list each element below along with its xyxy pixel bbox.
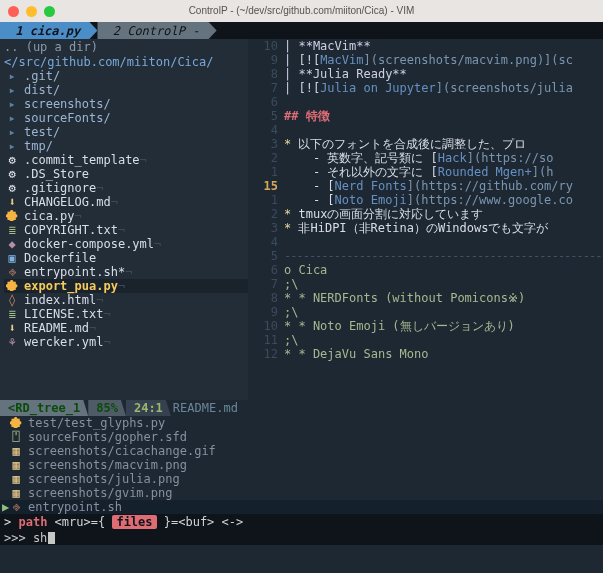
tree-row[interactable]: ▸test/ <box>4 125 248 139</box>
editor-line: 4 <box>250 235 603 249</box>
tab-controlp[interactable]: 2 ControlP - <box>97 22 216 39</box>
tree-row[interactable]: ◊index.html¬ <box>4 293 248 307</box>
editor-line: 9;\ <box>250 305 603 319</box>
cursor-icon <box>48 532 55 544</box>
tree-row[interactable]: ⬇README.md¬ <box>4 321 248 335</box>
editor-line: 6 <box>250 95 603 109</box>
ctrlp-result[interactable]: ⍞sourceFonts/gopher.sfd <box>0 430 603 444</box>
ctrlp-path: screenshots/julia.png <box>28 472 180 486</box>
ctrlp-path: screenshots/cicachange.gif <box>28 444 216 458</box>
file-icon: ⯄ <box>4 209 20 223</box>
file-icon: ▦ <box>8 472 24 486</box>
tree-row[interactable]: ◆docker-compose.yml¬ <box>4 237 248 251</box>
ctrlp-result[interactable]: ▦screenshots/macvim.png <box>0 458 603 472</box>
editor-line: 3* 非HiDPI（非Retina）のWindowsでも文字が <box>250 221 603 235</box>
ctrlp-result[interactable]: ⯄test/test_glyphs.py <box>0 416 603 430</box>
file-icon: ⚘ <box>4 335 20 349</box>
file-name: export_pua.py <box>24 279 118 293</box>
file-name: wercker.yml <box>24 335 103 349</box>
file-icon: ⚙ <box>4 181 20 195</box>
tree-row[interactable]: ▸sourceFonts/ <box>4 111 248 125</box>
tree-row[interactable]: ⚘wercker.yml¬ <box>4 335 248 349</box>
tree-row[interactable]: ≣COPYRIGHT.txt¬ <box>4 223 248 237</box>
window-title: ControlP - (~/dev/src/github.com/miiton/… <box>0 4 603 18</box>
file-name: index.html <box>24 293 96 307</box>
file-icon: ◆ <box>4 237 20 251</box>
file-icon: ⎆ <box>4 265 20 279</box>
tree-row[interactable]: ⯄cica.py¬ <box>4 209 248 223</box>
file-name: tmp/ <box>24 139 53 153</box>
editor-line: 15 - [Nerd Fonts](https://github.com/ry <box>250 179 603 193</box>
file-icon: ⚙ <box>4 167 20 181</box>
file-icon: ⬇ <box>4 321 20 335</box>
tree-row[interactable]: ⯄export_pua.py¬ <box>4 279 248 293</box>
nerdtree-path: </src/github.com/miiton/Cica/ <box>0 55 248 69</box>
editor-line: 1 - それ以外の文字に [Rounded Mgen+](h <box>250 165 603 179</box>
tree-row[interactable]: ⚙.DS_Store <box>4 167 248 181</box>
status-position: 24:1 <box>126 400 171 416</box>
file-icon: ▦ <box>8 444 24 458</box>
editor-line: 2 - 英数字、記号類に [Hack](https://so <box>250 151 603 165</box>
ctrlp-panel: ⯄test/test_glyphs.py⍞sourceFonts/gopher.… <box>0 416 603 545</box>
file-icon: ▸ <box>4 125 20 139</box>
workspace: .. (up a dir) </src/github.com/miiton/Ci… <box>0 39 603 400</box>
editor-line: 7| [![Julia on Jupyter](screenshots/juli… <box>250 81 603 95</box>
ctrlp-path: screenshots/gvim.png <box>28 486 173 500</box>
statusline: <RD_tree_1 85% 24:1 README.md <box>0 400 603 416</box>
tab-cica[interactable]: 1 cica.py <box>0 22 97 39</box>
editor-line: 10* * Noto Emoji (無しバージョンあり) <box>250 319 603 333</box>
tree-row[interactable]: ▣Dockerfile <box>4 251 248 265</box>
file-icon: ⚙ <box>4 153 20 167</box>
file-name: CHANGELOG.md <box>24 195 111 209</box>
file-icon: ≣ <box>4 223 20 237</box>
tree-row[interactable]: ▸tmp/ <box>4 139 248 153</box>
file-icon: ▦ <box>8 458 24 472</box>
file-name: Dockerfile <box>24 251 96 265</box>
ctrlp-mode-files[interactable]: files <box>112 515 156 529</box>
file-name: cica.py <box>24 209 75 223</box>
prompt-text: >>> sh <box>4 531 47 545</box>
tree-row[interactable]: ⎆entrypoint.sh*¬ <box>4 265 248 279</box>
editor-line: 6o Cica <box>250 263 603 277</box>
ctrlp-prompt[interactable]: >>> sh <box>0 530 603 545</box>
editor-line: 8| **Julia Ready** <box>250 67 603 81</box>
tree-row[interactable]: ⚙.gitignore¬ <box>4 181 248 195</box>
editor-line: 1 - [Noto Emoji](https://www.google.co <box>250 193 603 207</box>
editor-line: 12* * DejaVu Sans Mono <box>250 347 603 361</box>
ctrlp-path: test/test_glyphs.py <box>28 416 165 430</box>
file-icon: ▸ <box>4 111 20 125</box>
ctrlp-result[interactable]: ▦screenshots/cicachange.gif <box>0 444 603 458</box>
file-name: .gitignore <box>24 181 96 195</box>
file-name: screenshots/ <box>24 97 111 111</box>
file-name: entrypoint.sh* <box>24 265 125 279</box>
editor-line: 10| **MacVim** <box>250 39 603 53</box>
vim-tabline: 1 cica.py 2 ControlP - <box>0 22 603 39</box>
tree-row[interactable]: ▸dist/ <box>4 83 248 97</box>
file-icon: ▦ <box>8 486 24 500</box>
ctrlp-result[interactable]: ▦screenshots/gvim.png <box>0 486 603 500</box>
ctrlp-path: screenshots/macvim.png <box>28 458 187 472</box>
tree-row[interactable]: ▸screenshots/ <box>4 97 248 111</box>
nerdtree-list: ▸.git/▸dist/▸screenshots/▸sourceFonts/▸t… <box>0 69 248 349</box>
ctrlp-result[interactable]: ▦screenshots/julia.png <box>0 472 603 486</box>
file-icon: ⍞ <box>8 430 24 444</box>
ctrlp-result[interactable]: ▶⎆entrypoint.sh <box>0 500 603 514</box>
ctrlp-modeline: > path <mru>={ files }=<buf> <-> <box>0 514 603 530</box>
file-name: LICENSE.txt <box>24 307 103 321</box>
nerdtree-pane[interactable]: .. (up a dir) </src/github.com/miiton/Ci… <box>0 39 248 400</box>
status-percent: 85% <box>88 400 126 416</box>
tree-row[interactable]: ▸.git/ <box>4 69 248 83</box>
file-name: sourceFonts/ <box>24 111 111 125</box>
editor-pane[interactable]: 10| **MacVim**9| [![MacVim](screenshots/… <box>248 39 603 400</box>
file-name: docker-compose.yml <box>24 237 154 251</box>
file-name: .commit_template <box>24 153 140 167</box>
file-icon: ▸ <box>4 97 20 111</box>
tree-row[interactable]: ⚙.commit_template¬ <box>4 153 248 167</box>
file-name: .DS_Store <box>24 167 89 181</box>
file-icon: ◊ <box>4 293 20 307</box>
tree-row[interactable]: ⬇CHANGELOG.md¬ <box>4 195 248 209</box>
nerdtree-up[interactable]: .. (up a dir) <box>0 39 248 55</box>
editor-line: 3* 以下のフォントを合成後に調整した、プロ <box>250 137 603 151</box>
tree-row[interactable]: ≣LICENSE.txt¬ <box>4 307 248 321</box>
ctrlp-mode-path: path <box>18 515 47 529</box>
